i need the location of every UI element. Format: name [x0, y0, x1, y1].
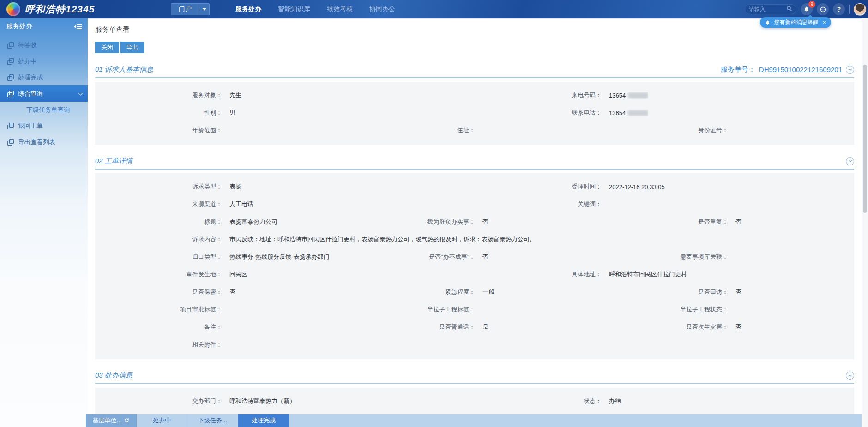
collapse-section-icon[interactable] — [846, 66, 854, 74]
sidebar-item-2[interactable]: 处理完成 — [0, 69, 88, 85]
field-label: 半拉子工程状态： — [601, 305, 728, 314]
form-field: 受理时间：2022-12-16 20:33:05 — [475, 183, 854, 191]
field-value: 人工电话 — [229, 200, 253, 208]
portal-dropdown-caret[interactable] — [199, 4, 209, 15]
chevron-down-icon — [78, 91, 83, 95]
bottom-tab-label: 处办中 — [153, 416, 171, 425]
section-body: 服务对象：先生来电号码：13654性别：男联系电话：13654年龄范围：住址：身… — [95, 82, 854, 145]
collapse-section-icon[interactable] — [846, 372, 854, 380]
field-value: 2022-12-16 20:33:05 — [609, 183, 665, 190]
bottom-tab-3[interactable]: 处理完成 — [238, 414, 289, 427]
form-row: 交办部门：呼和浩特富泰热力（新）状态：办结 — [95, 392, 854, 410]
section-header-right — [846, 372, 854, 380]
field-value: 呼和浩特富泰热力（新） — [229, 397, 295, 405]
section-title: 03 处办信息 — [95, 371, 133, 380]
section-title: 01 诉求人基本信息 — [95, 65, 153, 74]
sidebar-item-6[interactable]: 导出查看列表 — [0, 134, 88, 150]
nav-item-0[interactable]: 服务处办 — [235, 5, 261, 13]
sidebar-item-3[interactable]: 综合查询 — [0, 85, 88, 102]
copy-icon — [7, 74, 14, 81]
form-field: 需要事项库关联： — [601, 253, 854, 261]
header-search[interactable] — [745, 4, 796, 14]
field-label: 受理时间： — [475, 183, 602, 191]
toolbar: 关闭 导出 — [95, 42, 854, 53]
bottom-tab-0[interactable]: 基层单位... — [86, 414, 137, 427]
section-header-right — [846, 157, 854, 165]
sidebar-item-label: 退回工单 — [18, 122, 43, 130]
compass-icon[interactable] — [817, 3, 829, 15]
scrollbar-thumb[interactable] — [863, 65, 867, 213]
toast-bell-icon — [765, 20, 771, 25]
bottom-tab-label: 下级任务... — [198, 416, 227, 425]
page-title: 服务单查看 — [95, 25, 854, 34]
nav-item-1[interactable]: 智能知识库 — [278, 5, 310, 13]
sidebar-item-label: 综合查询 — [18, 90, 43, 98]
field-label: 归口类型： — [95, 253, 222, 261]
order-number-label: 服务单号： — [721, 65, 755, 74]
sidebar-menu: 待签收处办中处理完成综合查询下级任务单查询退回工单导出查看列表 — [0, 34, 88, 150]
form-sections: 01 诉求人基本信息服务单号：DH9915010022121609201服务对象… — [95, 65, 854, 414]
sidebar-item-1[interactable]: 处办中 — [0, 53, 88, 69]
bottom-task-bar: 基层单位...处办中下级任务...处理完成 — [86, 414, 862, 427]
close-button[interactable]: 关闭 — [95, 42, 119, 53]
field-label: 具体地址： — [475, 270, 602, 279]
bottom-tab-1[interactable]: 处办中 — [137, 414, 187, 427]
search-input[interactable] — [749, 6, 786, 12]
form-field: 半拉子工程状态： — [601, 305, 854, 314]
field-value: 热线事务-热线服务反馈-表扬承办部门 — [229, 253, 330, 261]
logo: 呼和浩特12345 — [6, 2, 171, 16]
portal-button[interactable]: 门户 — [171, 3, 210, 15]
export-button[interactable]: 导出 — [120, 42, 144, 53]
collapse-section-icon[interactable] — [846, 157, 854, 165]
field-value: 表扬富泰热力公司 — [229, 218, 277, 226]
field-label: 来电号码： — [475, 91, 602, 99]
sidebar-item-label: 下级任务单查询 — [26, 106, 70, 114]
field-value: 办结 — [609, 397, 621, 405]
nav-item-3[interactable]: 协同办公 — [369, 5, 395, 13]
form-row: 标题：表扬富泰热力公司我为群众办实事：否是否重复：否 — [95, 213, 854, 231]
section-header-right: 服务单号：DH9915010022121609201 — [721, 65, 854, 74]
form-row: 性别：男联系电话：13654 — [95, 104, 854, 122]
field-label: 标题： — [95, 218, 222, 226]
field-value: 否 — [229, 288, 235, 296]
field-label: 交办部门： — [95, 397, 222, 405]
field-value: 否 — [482, 253, 488, 261]
sidebar-item-0[interactable]: 待签收 — [0, 37, 88, 53]
form-field: 归口类型：热线事务-热线服务反馈-表扬承办部门 — [95, 253, 348, 261]
field-value: 13654 — [609, 110, 648, 116]
user-avatar[interactable] — [854, 3, 866, 16]
field-value: 表扬 — [229, 183, 241, 191]
section-body: 交办部门：呼和浩特富泰热力（新）状态：办结下派意见：请核实并反馈 — [95, 388, 854, 414]
field-label: 联系电话： — [475, 109, 602, 117]
toast-close-icon[interactable]: × — [822, 19, 826, 26]
sidebar-item-5[interactable]: 退回工单 — [0, 118, 88, 134]
sidebar-collapse-icon[interactable] — [74, 24, 82, 30]
bottom-tab-2[interactable]: 下级任务... — [187, 414, 238, 427]
sidebar-item-4[interactable]: 下级任务单查询 — [0, 102, 88, 118]
form-row: 服务对象：先生来电号码：13654 — [95, 86, 854, 104]
form-field: 标题：表扬富泰热力公司 — [95, 218, 348, 226]
refresh-icon[interactable] — [124, 417, 129, 424]
form-field: 联系电话：13654 — [475, 109, 854, 117]
header-right: 9 ? — [745, 3, 868, 16]
form-field: 服务对象：先生 — [95, 91, 475, 99]
nav-item-2[interactable]: 绩效考核 — [327, 5, 353, 13]
search-icon[interactable] — [786, 5, 792, 13]
form-field: 是否保密：否 — [95, 288, 348, 296]
field-label: 事件发生地： — [95, 270, 222, 279]
help-icon[interactable]: ? — [833, 3, 845, 15]
copy-icon — [7, 91, 14, 97]
section-header: 03 处办信息 — [95, 371, 854, 384]
copy-icon — [7, 58, 14, 65]
form-field: 紧急程度：一般 — [348, 288, 601, 296]
toast-text: 您有新的消息提醒 — [774, 18, 818, 26]
form-field: 项目审批标签： — [95, 305, 348, 314]
notifications-bell-icon[interactable]: 9 — [801, 3, 813, 15]
form-field: 来电号码：13654 — [475, 91, 854, 99]
section-header: 02 工单详情 — [95, 157, 854, 170]
form-row: 诉求内容：市民反映：地址：呼和浩特市回民区什拉门更村，表扬富泰热力公司，暖气热的… — [95, 231, 854, 248]
vertical-scrollbar[interactable] — [862, 18, 868, 427]
message-toast: 您有新的消息提醒 × — [760, 17, 831, 28]
section-body: 诉求类型：表扬受理时间：2022-12-16 20:33:05来源渠道：人工电话… — [95, 173, 854, 359]
copy-icon — [7, 139, 14, 146]
